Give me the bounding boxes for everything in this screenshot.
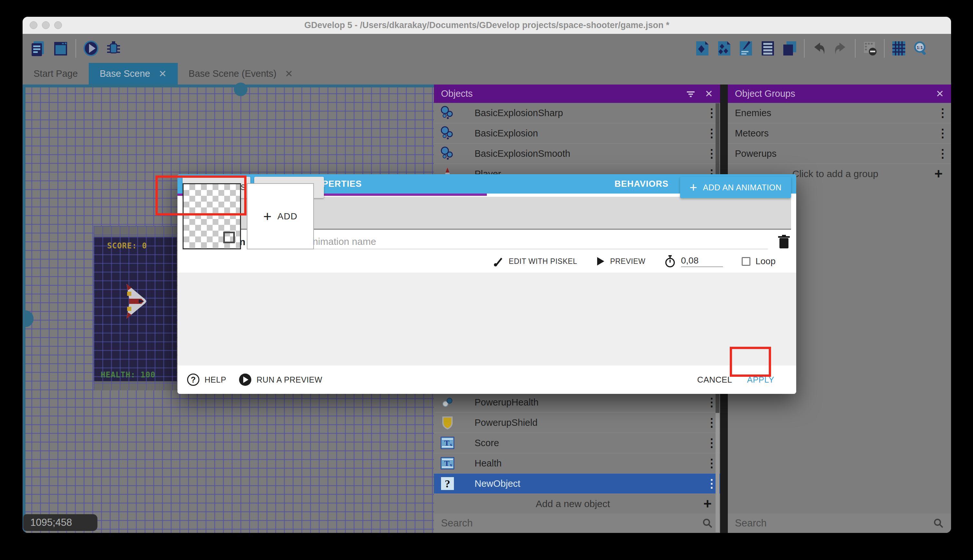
object-row[interactable]: PowerupHealth ⋮ <box>434 392 720 413</box>
zoom-window-icon[interactable] <box>54 21 62 29</box>
group-row[interactable]: Powerups ⋮ <box>728 143 951 164</box>
groups-search[interactable]: Search <box>728 513 951 533</box>
object-row[interactable]: BasicExplosionSmooth ⋮ <box>434 143 720 164</box>
grid-icon[interactable] <box>891 40 906 57</box>
object-name: PowerupHealth <box>475 397 706 408</box>
undo-icon[interactable] <box>811 40 826 57</box>
close-window-icon[interactable] <box>30 21 37 29</box>
row-menu-icon[interactable]: ⋮ <box>937 127 946 140</box>
drawer-handle-icon[interactable] <box>234 83 247 96</box>
pill-icon <box>440 395 455 409</box>
row-menu-icon[interactable]: ⋮ <box>937 106 946 120</box>
object-row-selected[interactable]: ? NewObject ⋮ <box>434 473 720 494</box>
tab-base-scene[interactable]: Base Scene ✕ <box>89 63 178 85</box>
add-an-animation-button[interactable]: + ADD AN ANIMATION <box>680 177 791 198</box>
redo-icon[interactable] <box>833 40 848 57</box>
preview-button[interactable]: PREVIEW <box>610 257 646 266</box>
tab-start-page[interactable]: Start Page <box>23 63 89 85</box>
mask-icon[interactable] <box>862 40 878 57</box>
play-circle-icon <box>239 373 251 386</box>
explosion-icon <box>440 147 455 161</box>
groups-panel-title: Object Groups <box>735 88 795 99</box>
row-menu-icon[interactable]: ⋮ <box>706 106 716 120</box>
plus-icon: + <box>263 208 272 225</box>
debug-icon[interactable] <box>106 40 121 57</box>
close-tab-icon[interactable]: ✕ <box>285 68 293 79</box>
svg-text:x: x <box>450 462 452 467</box>
annotation-apply <box>730 347 771 377</box>
properties-icon[interactable] <box>738 40 754 57</box>
svg-text:x: x <box>450 442 452 447</box>
explosion-icon <box>440 126 455 140</box>
run-preview-label: RUN A PREVIEW <box>257 375 322 385</box>
row-menu-icon[interactable]: ⋮ <box>706 477 716 490</box>
edit-with-piskel-button[interactable]: EDIT WITH PISKEL <box>509 257 577 266</box>
group-row[interactable]: Meteors ⋮ <box>728 123 951 143</box>
game-scene-bounds: SCORE: 0 HEALTH: 100 <box>93 226 177 390</box>
game-scene-background: SCORE: 0 HEALTH: 100 <box>93 237 177 381</box>
titlebar: GDevelop 5 - /Users/dkarakay/Documents/G… <box>23 17 951 34</box>
svg-text:1:1: 1:1 <box>917 45 923 50</box>
object-name: BasicExplosionSharp <box>475 108 706 118</box>
play-preview-icon[interactable] <box>83 40 99 57</box>
row-menu-icon[interactable]: ⋮ <box>937 147 946 160</box>
add-animation-label: ADD AN ANIMATION <box>703 183 782 192</box>
tab-base-scene-events[interactable]: Base Scene (Events) ✕ <box>178 63 304 85</box>
traffic-lights <box>30 21 62 29</box>
group-name: Meteors <box>735 128 937 139</box>
stopwatch-icon <box>664 255 676 268</box>
row-menu-icon[interactable]: ⋮ <box>706 436 716 450</box>
row-menu-icon[interactable]: ⋮ <box>706 127 716 140</box>
close-panel-icon[interactable]: ✕ <box>936 88 944 99</box>
question-icon: ? <box>440 477 455 491</box>
row-menu-icon[interactable]: ⋮ <box>706 457 716 470</box>
row-menu-icon[interactable]: ⋮ <box>706 147 716 160</box>
object-name: BasicExplosionSmooth <box>475 148 706 159</box>
toolbar-divider <box>804 39 805 58</box>
help-button[interactable]: ? HELP <box>187 373 226 386</box>
row-menu-icon[interactable]: ⋮ <box>706 416 716 429</box>
group-row[interactable]: Enemies ⋮ <box>728 103 951 123</box>
row-menu-icon[interactable]: ⋮ <box>706 395 716 409</box>
add-object-label: Add a new object <box>442 498 703 509</box>
tab-label: Base Scene <box>100 68 150 79</box>
filter-icon[interactable] <box>685 88 696 100</box>
group-name: Powerups <box>735 148 937 159</box>
objects-panel-header: Objects ✕ <box>434 85 720 103</box>
object-editor-dialog: PROPERTIES BEHAVIORS Object name FinishL… <box>177 174 796 394</box>
animation-name-input[interactable]: Optional animation name <box>268 235 768 249</box>
add-frame-button[interactable]: + ADD <box>247 183 314 249</box>
object-row[interactable]: PowerupShield ⋮ <box>434 413 720 433</box>
object-row[interactable]: Tx Health ⋮ <box>434 453 720 473</box>
add-object-row[interactable]: Add a new object + <box>434 494 720 513</box>
dialog-footer: ? HELP RUN A PREVIEW CANCEL APPLY <box>177 365 796 394</box>
frame-select-checkbox[interactable] <box>223 232 235 243</box>
loop-checkbox[interactable] <box>742 257 750 266</box>
player-ship-sprite[interactable] <box>125 282 148 321</box>
search-placeholder: Search <box>735 517 933 529</box>
groups-panel-header: Object Groups ✕ <box>728 85 951 103</box>
scene-editor-icon[interactable] <box>53 40 68 57</box>
drawer-handle-icon[interactable] <box>23 310 33 327</box>
layers-icon[interactable] <box>782 40 798 57</box>
project-manager-icon[interactable] <box>30 40 46 57</box>
shield-icon <box>440 415 455 430</box>
tab-label: Start Page <box>33 68 78 79</box>
zoom-1-1-icon[interactable]: 1:1 <box>913 40 928 57</box>
run-a-preview-button[interactable]: RUN A PREVIEW <box>239 373 322 386</box>
close-tab-icon[interactable]: ✕ <box>158 68 167 79</box>
delete-animation-icon[interactable] <box>777 234 791 250</box>
object-row[interactable]: BasicExplosionSharp ⋮ <box>434 103 720 123</box>
plus-icon: + <box>703 497 712 511</box>
objects-search[interactable]: Search <box>434 513 720 533</box>
frame-duration-input[interactable]: 0,08 <box>681 255 723 267</box>
object-row[interactable]: Tx Score ⋮ <box>434 433 720 453</box>
object-row[interactable]: BasicExplosion ⋮ <box>434 123 720 143</box>
instances-list-icon[interactable] <box>760 40 776 57</box>
plus-icon: + <box>934 167 943 181</box>
minimize-window-icon[interactable] <box>42 21 50 29</box>
close-panel-icon[interactable]: ✕ <box>705 88 713 99</box>
add-object-icon[interactable] <box>694 40 710 57</box>
tab-label: Base Scene (Events) <box>189 68 277 79</box>
object-groups-icon[interactable] <box>716 40 732 57</box>
